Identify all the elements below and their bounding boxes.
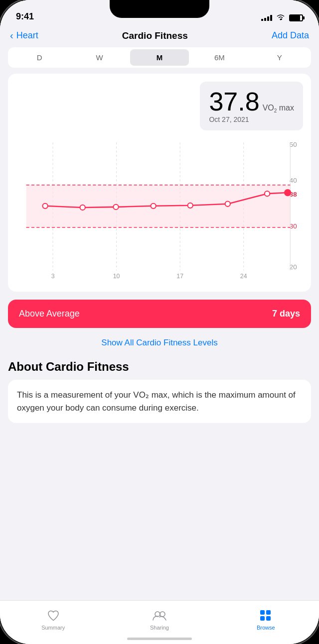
svg-point-21	[151, 204, 156, 209]
chart-wrapper: 50 40 38 30 20 3 10 17 24	[16, 134, 303, 284]
browse-icon	[259, 609, 273, 623]
show-all-link[interactable]: Show All Cardio Fitness Levels	[101, 338, 217, 347]
tab-sharing-label: Sharing	[150, 625, 169, 631]
svg-text:50: 50	[290, 141, 297, 148]
page-title: Cardio Fitness	[122, 30, 188, 41]
screen: 9:41	[0, 0, 319, 644]
battery-icon	[289, 14, 303, 21]
stats-banner[interactable]: Above Average 7 days	[8, 300, 311, 328]
svg-rect-30	[260, 616, 265, 621]
tab-summary-label: Summary	[41, 625, 65, 631]
heart-icon	[46, 609, 60, 623]
svg-point-27	[160, 612, 165, 617]
tab-day[interactable]: D	[10, 49, 69, 66]
signal-icon	[261, 15, 272, 21]
tab-6month[interactable]: 6M	[190, 49, 249, 66]
svg-point-0	[280, 19, 282, 20]
svg-text:3: 3	[51, 273, 55, 280]
tab-week[interactable]: W	[70, 49, 129, 66]
chevron-left-icon: ‹	[10, 30, 13, 41]
svg-point-19	[80, 205, 85, 210]
about-title: About Cardio Fitness	[8, 360, 311, 374]
svg-text:24: 24	[240, 273, 247, 280]
svg-text:17: 17	[176, 273, 183, 280]
svg-rect-28	[260, 610, 265, 615]
tab-sharing[interactable]: Sharing	[106, 601, 212, 634]
about-card: This is a measurement of your VO₂ max, w…	[8, 380, 311, 423]
svg-point-20	[113, 205, 118, 210]
tab-year[interactable]: Y	[250, 49, 309, 66]
add-data-button[interactable]: Add Data	[272, 30, 309, 41]
svg-text:40: 40	[290, 177, 297, 184]
time-period-tabs: D W M 6M Y	[8, 47, 311, 68]
svg-text:10: 10	[113, 273, 120, 280]
tab-month[interactable]: M	[130, 49, 189, 66]
svg-rect-31	[266, 616, 271, 621]
svg-point-23	[225, 202, 230, 207]
about-section: About Cardio Fitness This is a measureme…	[0, 358, 319, 431]
svg-text:20: 20	[290, 263, 297, 271]
svg-point-24	[265, 191, 270, 196]
about-text: This is a measurement of your VO₂ max, w…	[17, 389, 302, 414]
value-display: 37.8 VO2 max Oct 27, 2021	[200, 82, 303, 130]
status-icons	[261, 13, 303, 22]
show-all-section: Show All Cardio Fitness Levels	[0, 334, 319, 358]
home-indicator	[127, 638, 192, 640]
svg-text:30: 30	[290, 222, 297, 230]
svg-point-18	[42, 204, 47, 209]
svg-point-25	[285, 190, 291, 196]
svg-rect-29	[266, 610, 271, 615]
tab-browse[interactable]: Browse	[213, 601, 319, 634]
phone-frame: 9:41	[0, 0, 319, 644]
value-unit: VO2 max	[263, 104, 294, 113]
tab-summary[interactable]: Summary	[0, 601, 106, 634]
notch	[110, 0, 209, 18]
main-content: D W M 6M Y 37.8 VO2 max Oct 27, 2021	[0, 47, 319, 600]
tab-browse-label: Browse	[257, 625, 275, 631]
status-time: 9:41	[16, 11, 34, 22]
value-date: Oct 27, 2021	[209, 115, 249, 123]
back-button[interactable]: ‹ Heart	[10, 30, 38, 41]
nav-header: ‹ Heart Cardio Fitness Add Data	[0, 26, 319, 47]
svg-point-22	[188, 203, 193, 208]
back-label: Heart	[16, 30, 38, 41]
wifi-icon	[276, 13, 285, 22]
sharing-icon	[153, 609, 166, 623]
chart-section: 37.8 VO2 max Oct 27, 2021 50 40 38 30 20	[8, 74, 311, 292]
stats-value: 7 days	[272, 309, 300, 319]
main-value: 37.8	[209, 89, 259, 114]
chart-svg: 50 40 38 30 20 3 10 17 24	[16, 134, 303, 284]
stats-label: Above Average	[19, 309, 80, 319]
